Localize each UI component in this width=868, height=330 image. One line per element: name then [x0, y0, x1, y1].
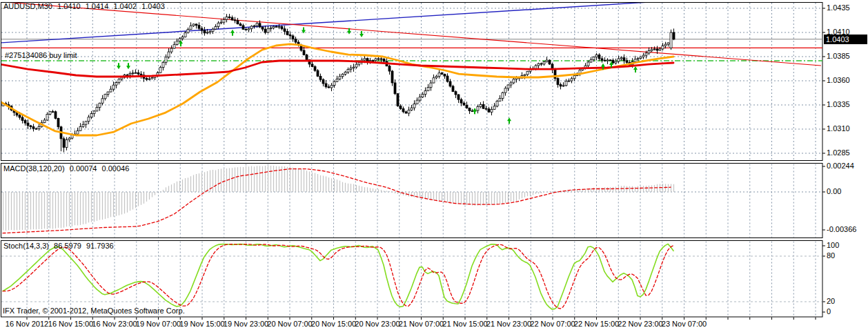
stoch-signal-value: 91.7936	[86, 242, 114, 250]
buy-limit-order-label: #275134086 buy limit	[5, 51, 77, 60]
time-axis-label: 23 Nov 07:00	[655, 320, 713, 328]
macd-tick-label: -0.00366	[827, 225, 856, 233]
price-tick-label: 1.0385	[827, 52, 850, 60]
stoch-tick-label: 80	[827, 251, 835, 260]
stoch-indicator-label: Stoch(14,3,3) 86.5979 91.7936	[3, 242, 117, 251]
macd-main-value: 0.00074	[70, 164, 97, 173]
quote-low: 1.0402	[113, 2, 137, 10]
stoch-name: Stoch(14,3,3)	[3, 242, 49, 250]
current-price-badge: 1.0403	[824, 35, 867, 44]
macd-name: MACD(38,120,20)	[3, 164, 65, 173]
price-tick-label: 1.0335	[827, 100, 850, 108]
mt4-chart-window: AUDUSD,M30 1.0410 1.0414 1.0402 1.0403 #…	[0, 0, 868, 330]
stoch-main-value: 86.5979	[54, 242, 81, 250]
stoch-tick-label: 0	[827, 307, 831, 316]
price-tick-label: 1.0285	[827, 148, 850, 157]
stoch-tick-label: 100	[827, 241, 839, 249]
macd-signal-value: 0.00046	[102, 164, 130, 173]
quote-high: 1.0414	[86, 2, 109, 10]
quote-open: 1.0410	[57, 2, 81, 10]
quote-line: AUDUSD,M30 1.0410 1.0414 1.0402 1.0403	[3, 2, 168, 11]
macd-indicator-label: MACD(38,120,20) 0.00074 0.00046	[3, 164, 132, 173]
price-tick-label: 1.0435	[827, 3, 850, 12]
copyright-text: IFX Trader, © 2001-2012, MetaQuotes Soft…	[3, 307, 185, 316]
price-tick-label: 1.0310	[827, 124, 850, 133]
macd-tick-label: 0.00244	[827, 162, 854, 170]
symbol-period-label: AUDUSD,M30	[3, 2, 52, 10]
quote-close: 1.0403	[141, 2, 165, 10]
price-tick-label: 1.0360	[827, 76, 850, 84]
stoch-tick-label: 20	[827, 297, 835, 305]
macd-tick-label: 0.00	[827, 187, 841, 195]
